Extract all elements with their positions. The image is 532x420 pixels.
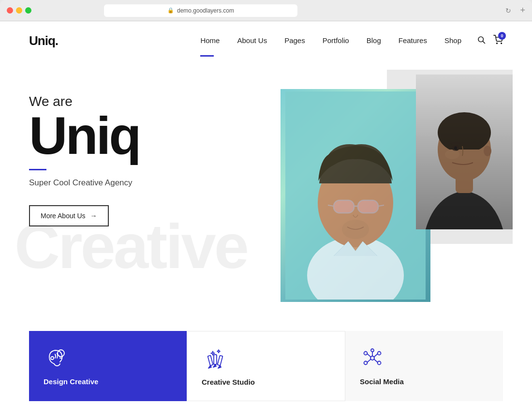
svg-point-2 bbox=[497, 43, 498, 44]
close-button[interactable] bbox=[7, 7, 13, 14]
nav-item-pages[interactable]: Pages bbox=[284, 36, 305, 45]
svg-rect-10 bbox=[334, 201, 354, 212]
cart-badge: 0 bbox=[498, 32, 506, 40]
address-bar[interactable]: 🔒 demo.goodlayers.com bbox=[104, 4, 297, 17]
svg-point-22 bbox=[454, 147, 457, 150]
nav-link-pages[interactable]: Pages bbox=[284, 36, 305, 45]
nav-link-home[interactable]: Home bbox=[200, 36, 220, 45]
nav-link-shop[interactable]: Shop bbox=[444, 36, 461, 45]
dark-man-svg bbox=[416, 75, 513, 229]
svg-rect-31 bbox=[218, 356, 223, 366]
cart-wrapper: 0 bbox=[493, 35, 503, 47]
hero-tagline: Super Cool Creative Agency bbox=[29, 178, 242, 188]
brain-bulb-icon bbox=[44, 345, 69, 371]
card-creative-studio[interactable]: Creative Studio bbox=[187, 331, 345, 401]
svg-rect-11 bbox=[358, 201, 378, 212]
more-about-us-button[interactable]: More About Us → bbox=[29, 205, 109, 226]
svg-point-28 bbox=[51, 357, 54, 360]
fullscreen-button[interactable] bbox=[25, 7, 31, 14]
sunglasses-man-svg bbox=[285, 91, 426, 300]
website: Uniq. Home About Us Pages Portfolio Blog… bbox=[0, 21, 532, 420]
card-creative-studio-label: Creative Studio bbox=[202, 378, 255, 386]
nav-icons: 0 bbox=[477, 35, 503, 47]
search-icon[interactable] bbox=[477, 35, 486, 46]
bottom-cards: Design Creative bbox=[0, 331, 532, 401]
nav-link-about[interactable]: About Us bbox=[237, 36, 267, 45]
svg-line-41 bbox=[374, 359, 378, 362]
svg-point-35 bbox=[364, 361, 368, 365]
card-design-creative-label: Design Creative bbox=[44, 377, 98, 386]
card-design-creative[interactable]: Design Creative bbox=[29, 331, 187, 401]
hero-image-dark-man bbox=[416, 75, 513, 229]
traffic-lights bbox=[7, 7, 31, 14]
hero-images bbox=[281, 70, 513, 312]
svg-point-37 bbox=[371, 349, 374, 352]
minimize-button[interactable] bbox=[16, 7, 22, 14]
lock-icon: 🔒 bbox=[167, 7, 174, 14]
svg-line-1 bbox=[483, 41, 485, 43]
card-social-media-label: Social Media bbox=[360, 377, 404, 386]
url-text: demo.goodlayers.com bbox=[177, 7, 234, 14]
nav-item-about[interactable]: About Us bbox=[237, 36, 267, 45]
svg-rect-29 bbox=[208, 356, 213, 366]
network-icon bbox=[360, 345, 385, 371]
nav-links: Home About Us Pages Portfolio Blog Featu… bbox=[200, 36, 461, 45]
svg-line-40 bbox=[367, 359, 371, 362]
nav-link-portfolio[interactable]: Portfolio bbox=[323, 36, 349, 45]
nav-item-home[interactable]: Home bbox=[200, 36, 220, 45]
nav-item-shop[interactable]: Shop bbox=[444, 36, 461, 45]
svg-point-15 bbox=[342, 220, 369, 239]
svg-point-23 bbox=[484, 146, 491, 156]
nav-item-blog[interactable]: Blog bbox=[367, 36, 381, 45]
svg-point-20 bbox=[438, 112, 491, 153]
new-tab-button[interactable]: + bbox=[520, 5, 525, 15]
svg-point-3 bbox=[501, 43, 502, 44]
nav-link-features[interactable]: Features bbox=[399, 36, 427, 45]
hero-section: Creative We are Uniq Super Cool Creative… bbox=[0, 60, 532, 321]
hero-title: Uniq bbox=[29, 111, 242, 159]
svg-point-36 bbox=[378, 361, 381, 365]
nav-item-features[interactable]: Features bbox=[399, 36, 427, 45]
hero-btn-label: More About Us bbox=[41, 212, 86, 220]
hero-divider bbox=[29, 169, 46, 170]
svg-rect-30 bbox=[214, 355, 217, 364]
hero-btn-arrow: → bbox=[90, 212, 97, 220]
svg-point-24 bbox=[445, 150, 459, 159]
svg-line-38 bbox=[367, 354, 371, 357]
hero-image-sunglasses-man bbox=[281, 89, 430, 302]
pencils-icon bbox=[202, 346, 227, 371]
refresh-button[interactable]: ↻ bbox=[505, 7, 511, 15]
nav-link-blog[interactable]: Blog bbox=[367, 36, 381, 45]
svg-line-39 bbox=[374, 354, 378, 357]
svg-point-34 bbox=[378, 352, 381, 355]
card-social-media[interactable]: Social Media bbox=[345, 331, 503, 401]
logo[interactable]: Uniq. bbox=[29, 33, 58, 48]
hero-content: We are Uniq Super Cool Creative Agency M… bbox=[29, 79, 242, 226]
browser-chrome: 🔒 demo.goodlayers.com ↻ + bbox=[0, 0, 532, 21]
svg-point-33 bbox=[364, 352, 368, 355]
navigation: Uniq. Home About Us Pages Portfolio Blog… bbox=[0, 21, 532, 60]
nav-item-portfolio[interactable]: Portfolio bbox=[323, 36, 349, 45]
